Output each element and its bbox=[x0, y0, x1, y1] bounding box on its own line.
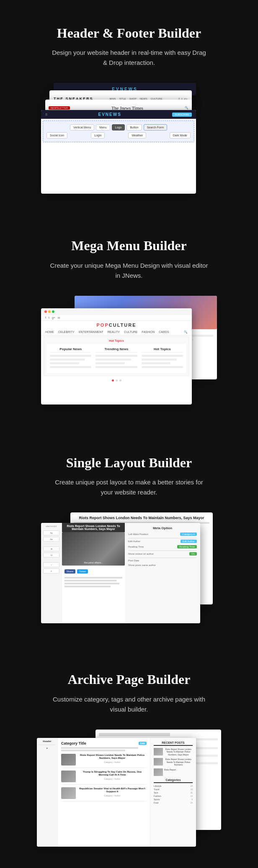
archive-category-title: Category Title Edit bbox=[61, 741, 147, 745]
hf-chip-dark-mode[interactable]: Dark Mode bbox=[170, 132, 191, 138]
mega-col-trending: Trending News bbox=[95, 347, 137, 370]
mega-hot-label: Hot Topics bbox=[46, 339, 186, 342]
single-title-bar: Riots Report Shows London Needs To Maint… bbox=[62, 523, 125, 532]
hf-chip-login[interactable]: Login bbox=[91, 132, 105, 138]
hf-evnews-logo: EVNEWS bbox=[98, 112, 121, 117]
archive-article-3: Republican Senator Vital to Health Bill'… bbox=[61, 787, 147, 801]
section-desc-mega: Create your unique Mega Menu Design with… bbox=[49, 261, 209, 281]
hf-preview-wrapper: EVNEWS THE SNEAKERS MAIN TITLE SHOP NEWS… bbox=[17, 83, 241, 196]
hf-chip-vertical-menu[interactable]: Vertical Menu bbox=[70, 124, 94, 131]
single-preview-wrapper: Riots Report Shows London Needs To Maint… bbox=[17, 512, 241, 630]
archive-layout: Header ▶ Category Title Edit bbox=[37, 738, 196, 847]
hf-builder-preview: EVNEWS THE SNEAKERS MAIN TITLE SHOP NEWS… bbox=[41, 83, 217, 196]
dot-yellow bbox=[48, 310, 51, 313]
dot-red bbox=[44, 310, 47, 313]
single-social-bar: Share Tweet bbox=[62, 568, 125, 575]
archive-main-card: Header ▶ Category Title Edit bbox=[37, 738, 196, 847]
archive-preview-wrapper: Header ▶ Category Title Edit bbox=[17, 730, 241, 859]
hf-tools-row1: Vertical Menu Menu Logo Button Search Fo… bbox=[46, 124, 191, 131]
mega-menu-cols: Popular News Trending News bbox=[46, 344, 186, 373]
hf-evnews-subscribe: SUBSCRIBE bbox=[172, 113, 192, 117]
article-thumb-3 bbox=[61, 787, 76, 799]
section-desc-archive: Customize category, tags and other archi… bbox=[49, 694, 209, 714]
categories-items: Lifestyle 24 Travel 18 Tech 31 bbox=[154, 785, 193, 804]
sidebar-item-icon3: ↕ bbox=[43, 562, 59, 567]
share-facebook-btn[interactable]: Share bbox=[64, 569, 75, 574]
header-footer-section: Header & Footer Builder Design your webs… bbox=[0, 0, 258, 213]
single-back-headline: Riots Report Shows London Needs To Maint… bbox=[74, 516, 209, 520]
article-text-3: Republican Senator Vital to Health Bill'… bbox=[78, 787, 147, 797]
hf-tools-row2: Social Icon Login Weather Dark Mode bbox=[46, 132, 191, 138]
mega-preview: f t g+ in POPCULTURE HOME CELEBRITY ENTE… bbox=[41, 296, 217, 413]
mega-social-row: f t g+ in bbox=[41, 315, 192, 321]
section-title-mega: Mega Menu Builder bbox=[17, 238, 241, 253]
mega-pagination bbox=[41, 377, 192, 384]
hf-chip-menu[interactable]: Menu bbox=[96, 124, 110, 131]
single-main-card: elementor Aa Aa ⊞ ⊡ ↕ ≡ Riot bbox=[41, 523, 200, 623]
single-meta-panel: Meta Option Left Meta Position Category … bbox=[125, 523, 200, 623]
mega-menu-section: Mega Menu Builder Create your unique Meg… bbox=[0, 213, 258, 429]
mega-nav-bar: HOME CELEBRITY ENTERTAINMENT REALITY CUL… bbox=[41, 329, 192, 335]
sidebar-item-icon4: ≡ bbox=[43, 568, 59, 574]
section-title-hf: Header & Footer Builder bbox=[17, 25, 241, 41]
archive-categories-list: Categories Lifestyle 24 Travel 18 bbox=[154, 778, 193, 804]
meta-option-header: Meta Option bbox=[128, 526, 197, 530]
meta-option-row-4: Show review on author On bbox=[128, 552, 197, 556]
single-elementor-sidebar: elementor Aa Aa ⊞ ⊡ ↕ ≡ bbox=[41, 523, 62, 623]
archive-article-1: Riots Report Shows London Needs To Maint… bbox=[61, 754, 147, 768]
meta-option-row-2: Edit Author Edit Author bbox=[128, 540, 197, 543]
archive-main-content: Category Title Edit Riots Report Shows L… bbox=[58, 738, 150, 847]
meta-option-row-6: Show posts same author bbox=[128, 564, 197, 566]
mega-main-card: f t g+ in POPCULTURE HOME CELEBRITY ENTE… bbox=[41, 308, 192, 405]
recent-thumb-2 bbox=[154, 758, 163, 766]
article-thumb-2 bbox=[61, 771, 76, 782]
hf-chip-button[interactable]: Button bbox=[126, 124, 142, 131]
hf-main-card: ☰ EVNEWS SUBSCRIBE Vertical Menu Menu Lo… bbox=[41, 110, 196, 194]
sidebar-item-aa: Aa bbox=[43, 530, 59, 535]
recent-posts-title: RECENT POSTS bbox=[154, 741, 193, 746]
mega-col-popular: Popular News bbox=[50, 347, 91, 370]
meta-option-row-1: Left Meta Position Category A bbox=[128, 533, 197, 536]
recent-thumb-3 bbox=[154, 768, 163, 776]
single-content-layout: elementor Aa Aa ⊞ ⊡ ↕ ≡ Riot bbox=[41, 523, 200, 623]
archive-left-sidebar: Header ▶ bbox=[37, 738, 58, 847]
recent-item-1: Riots Report Shows London Needs To Maint… bbox=[154, 748, 193, 756]
archive-right-sidebar: RECENT POSTS Riots Report Shows London N… bbox=[150, 738, 196, 847]
mega-col-hot: Hot Topics bbox=[142, 347, 183, 370]
meta-option-row-5: Post Date bbox=[128, 559, 197, 562]
recent-item-2: Riots Report Shows London Needs To Maint… bbox=[154, 758, 193, 766]
single-center-content: Riots Report Shows London Needs To Maint… bbox=[62, 523, 125, 623]
sidebar-item-icon1: ⊞ bbox=[43, 546, 59, 551]
section-desc-single: Create unique post layout to make a bett… bbox=[49, 477, 209, 497]
hf-chip-logo[interactable]: Logo bbox=[112, 124, 125, 131]
single-preview: Riots Report Shows London Needs To Maint… bbox=[41, 512, 217, 630]
article-text-2: Trump Is Struggling To Say Calm On Russi… bbox=[78, 771, 147, 781]
mega-preview-wrapper: f t g+ in POPCULTURE HOME CELEBRITY ENTE… bbox=[17, 296, 241, 413]
meta-option-row-3: Reading Time Reading Time bbox=[128, 545, 197, 548]
recent-thumb-1 bbox=[154, 748, 163, 755]
article-text-1: Riots Report Shows London Needs To Maint… bbox=[78, 754, 147, 764]
categories-title: Categories bbox=[154, 778, 193, 783]
section-title-single: Single Layout Builder bbox=[17, 455, 241, 471]
single-article-photo: Riot police officers... bbox=[62, 532, 125, 566]
hf-chip-social-icon[interactable]: Social Icon bbox=[46, 132, 67, 138]
sidebar-item-aa2: Aa bbox=[43, 537, 59, 542]
share-twitter-btn[interactable]: Tweet bbox=[77, 569, 88, 574]
dot-green bbox=[52, 310, 54, 313]
section-title-archive: Archive Page Builder bbox=[17, 671, 241, 687]
sidebar-item-icon2: ⊡ bbox=[43, 553, 59, 558]
archive-article-2: Trump Is Struggling To Say Calm On Russi… bbox=[61, 771, 147, 785]
archive-sidebar-label: Header bbox=[39, 740, 55, 743]
recent-item-3: Riots Report bbox=[154, 768, 193, 776]
hf-chip-weather[interactable]: Weather bbox=[128, 132, 146, 138]
section-desc-hf: Design your website header in real-time … bbox=[49, 48, 209, 68]
mega-dropdown: Hot Topics Popular News Trending News bbox=[44, 336, 189, 376]
archive-edit-btn[interactable]: Edit bbox=[139, 742, 147, 745]
hf-evnews-header: ☰ EVNEWS SUBSCRIBE bbox=[41, 110, 196, 119]
single-article-text bbox=[62, 577, 125, 589]
archive-preview: Header ▶ Category Title Edit bbox=[37, 730, 221, 859]
single-layout-section: Single Layout Builder Create unique post… bbox=[0, 430, 258, 646]
mega-browser-dots bbox=[41, 308, 192, 315]
hf-chip-search-form[interactable]: Search Form bbox=[144, 124, 167, 131]
hf-builder-area: Vertical Menu Menu Logo Button Search Fo… bbox=[43, 120, 194, 142]
